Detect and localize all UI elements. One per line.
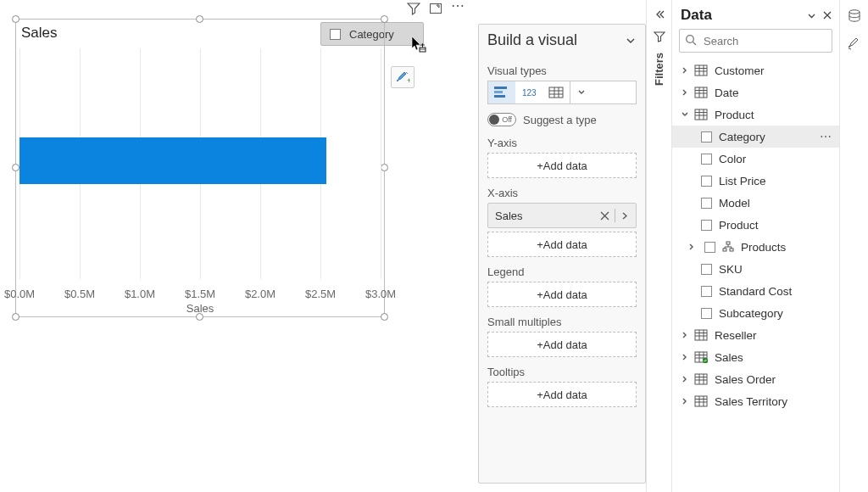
field-row[interactable]: Product xyxy=(672,214,839,236)
hierarchy-icon xyxy=(722,241,734,253)
field-checkbox[interactable] xyxy=(701,131,712,143)
remove-field-icon[interactable] xyxy=(600,211,609,221)
chevron-right-icon[interactable] xyxy=(686,243,698,251)
x-tick-label: $3.0M xyxy=(365,288,396,300)
field-checkbox[interactable] xyxy=(701,176,712,187)
svg-rect-6 xyxy=(494,95,505,98)
separator xyxy=(615,209,615,222)
cursor-icon xyxy=(410,36,427,54)
field-row[interactable]: List Price xyxy=(672,170,839,192)
svg-rect-49 xyxy=(695,396,707,406)
data-icon[interactable] xyxy=(847,8,862,24)
table-row[interactable]: Sales xyxy=(672,346,839,368)
suggest-type-label: Suggest a type xyxy=(523,114,597,126)
field-name: Category xyxy=(719,131,765,143)
table-row[interactable]: Reseller xyxy=(672,324,839,346)
field-row[interactable]: Products xyxy=(672,236,839,258)
format-chiclet[interactable]: + xyxy=(391,66,415,88)
field-row[interactable]: Category⋯ xyxy=(672,126,839,148)
table-row[interactable]: Sales Order xyxy=(672,368,839,390)
x-axis-add-data[interactable]: +Add data xyxy=(487,232,637,257)
field-row[interactable]: Color xyxy=(672,148,839,170)
field-menu-icon[interactable] xyxy=(620,211,629,221)
table-icon xyxy=(694,64,708,76)
legend-add-data[interactable]: +Add data xyxy=(487,282,637,307)
small-multiples-add-data[interactable]: +Add data xyxy=(487,332,637,357)
field-checkbox[interactable] xyxy=(701,286,712,297)
chevron-down-icon[interactable] xyxy=(679,110,691,119)
visual-type-table[interactable] xyxy=(542,81,570,103)
field-row[interactable]: Standard Cost xyxy=(672,280,839,302)
field-checkbox[interactable] xyxy=(701,154,712,165)
chart-bar[interactable] xyxy=(19,137,326,184)
chevron-right-icon[interactable] xyxy=(679,397,691,405)
resize-handle[interactable] xyxy=(196,15,203,23)
field-name: Product xyxy=(719,219,759,232)
visual-type-stacked-bar[interactable] xyxy=(488,81,515,103)
svg-line-14 xyxy=(693,42,697,46)
chevron-right-icon[interactable] xyxy=(679,66,691,75)
svg-rect-5 xyxy=(494,91,503,93)
visual-type-card[interactable]: 123 xyxy=(515,81,542,103)
svg-rect-33 xyxy=(695,330,707,340)
field-row[interactable]: Subcategory xyxy=(672,302,839,324)
chevron-down-icon[interactable] xyxy=(625,35,637,47)
format-icon[interactable] xyxy=(847,36,862,51)
focus-mode-icon[interactable] xyxy=(429,2,442,15)
table-row[interactable]: Customer xyxy=(672,59,839,81)
visual-header-toolbar: ⋯ xyxy=(407,2,465,15)
table-row[interactable]: Date xyxy=(672,81,839,103)
svg-point-54 xyxy=(849,10,860,14)
field-checkbox[interactable] xyxy=(701,220,712,231)
chevron-right-icon[interactable] xyxy=(679,88,691,97)
visual-type-dropdown[interactable] xyxy=(570,81,592,103)
y-axis-add-data[interactable]: +Add data xyxy=(487,153,637,178)
more-options-icon[interactable]: ⋯ xyxy=(451,2,465,15)
field-checkbox[interactable] xyxy=(704,242,715,253)
resize-handle[interactable] xyxy=(381,313,388,321)
close-icon[interactable] xyxy=(822,10,832,21)
chevron-right-icon[interactable] xyxy=(679,353,691,361)
table-row[interactable]: Sales Territory xyxy=(672,390,839,412)
data-pane-title: Data xyxy=(681,7,712,24)
suggest-type-toggle[interactable]: Off xyxy=(487,113,516,126)
small-multiples-label: Small multiples xyxy=(487,316,637,328)
table-icon xyxy=(694,373,708,385)
field-checkbox[interactable] xyxy=(701,264,712,275)
chevron-right-icon[interactable] xyxy=(679,331,691,339)
chart-title: Sales xyxy=(21,25,58,42)
fields-search-input[interactable] xyxy=(679,29,832,53)
field-name: Products xyxy=(741,241,786,254)
table-icon xyxy=(694,87,708,98)
chevron-right-icon[interactable] xyxy=(679,375,691,383)
field-checkbox[interactable] xyxy=(701,308,712,319)
fields-tree[interactable]: CustomerDateProductCategory⋯ColorList Pr… xyxy=(672,59,839,412)
filter-icon[interactable] xyxy=(407,2,420,15)
x-axis-field-pill[interactable]: Sales xyxy=(487,203,637,228)
tooltips-add-data[interactable]: +Add data xyxy=(487,382,637,407)
svg-rect-31 xyxy=(723,249,726,251)
chevron-down-icon[interactable] xyxy=(806,10,817,21)
legend-label: Legend xyxy=(487,266,637,278)
field-row[interactable]: SKU xyxy=(672,258,839,280)
resize-handle[interactable] xyxy=(12,313,19,321)
filters-pane-collapsed[interactable]: Filters xyxy=(646,0,671,492)
table-row[interactable]: Product xyxy=(672,103,839,126)
resize-handle[interactable] xyxy=(12,164,19,171)
report-canvas[interactable]: ⋯ Category Sales $0.0M$0.5M$1.0M$1.5M$2.… xyxy=(0,0,478,492)
resize-handle[interactable] xyxy=(12,15,19,23)
svg-rect-25 xyxy=(695,109,707,120)
resize-handle[interactable] xyxy=(381,164,388,171)
chart-plot-area xyxy=(19,48,381,279)
field-checkbox[interactable] xyxy=(701,198,712,209)
search-icon xyxy=(685,34,698,47)
visual-type-picker[interactable]: 123 xyxy=(487,81,637,104)
resize-handle[interactable] xyxy=(381,15,388,23)
visual-selection-box[interactable]: Sales $0.0M$0.5M$1.0M$1.5M$2.0M$2.5M$3.0… xyxy=(15,19,385,317)
table-name: Sales Territory xyxy=(715,395,787,408)
expand-filters-icon[interactable] xyxy=(654,8,665,20)
field-row[interactable]: Model xyxy=(672,192,839,214)
more-options-icon[interactable]: ⋯ xyxy=(820,130,832,143)
field-name: Subcategory xyxy=(719,307,783,320)
svg-text:+: + xyxy=(407,76,410,85)
